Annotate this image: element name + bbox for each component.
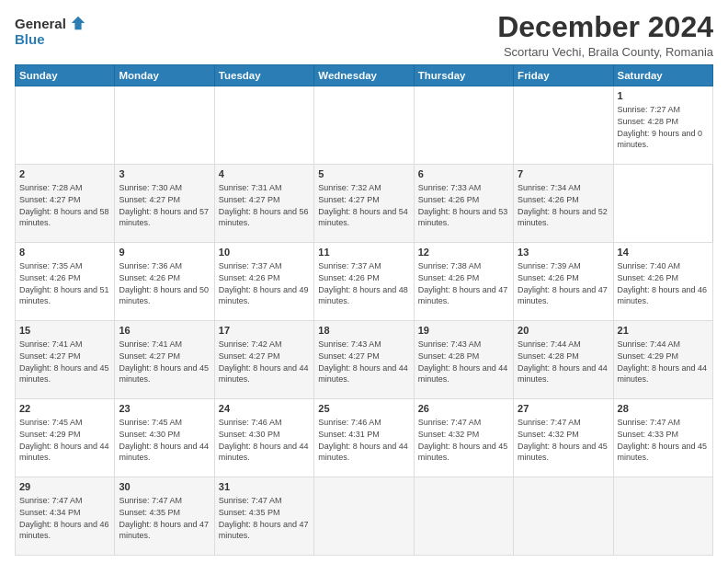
calendar-cell: 13 Sunrise: 7:39 AMSunset: 4:26 PMDaylig… [514,243,613,321]
header-tuesday: Tuesday [214,65,313,86]
day-info: Sunrise: 7:47 AMSunset: 4:34 PMDaylight:… [19,496,109,540]
calendar-cell: 3 Sunrise: 7:30 AMSunset: 4:27 PMDayligh… [115,165,214,243]
calendar-cell: 8 Sunrise: 7:35 AMSunset: 4:26 PMDayligh… [16,243,115,321]
calendar-cell: 1 Sunrise: 7:27 AMSunset: 4:28 PMDayligh… [613,86,712,165]
calendar-week-2: 8 Sunrise: 7:35 AMSunset: 4:26 PMDayligh… [16,243,713,321]
calendar-cell: 26 Sunrise: 7:47 AMSunset: 4:32 PMDaylig… [414,399,513,477]
calendar-cell: 31 Sunrise: 7:47 AMSunset: 4:35 PMDaylig… [214,477,313,556]
day-number: 5 [318,167,409,181]
calendar-cell: 18 Sunrise: 7:43 AMSunset: 4:27 PMDaylig… [314,321,414,399]
day-info: Sunrise: 7:32 AMSunset: 4:27 PMDaylight:… [318,183,408,227]
header-friday: Friday [514,65,613,86]
day-number: 2 [19,167,110,181]
day-number: 8 [19,246,110,259]
calendar-cell: 4 Sunrise: 7:31 AMSunset: 4:27 PMDayligh… [214,165,313,243]
day-number: 16 [119,324,210,338]
calendar-cell: 19 Sunrise: 7:43 AMSunset: 4:28 PMDaylig… [414,321,513,399]
day-info: Sunrise: 7:45 AMSunset: 4:30 PMDaylight:… [119,418,209,462]
day-info: Sunrise: 7:37 AMSunset: 4:26 PMDaylight:… [219,261,309,305]
calendar: Sunday Monday Tuesday Wednesday Thursday… [15,64,713,556]
header-monday: Monday [115,65,214,86]
day-number: 29 [19,480,110,494]
calendar-cell [314,86,414,165]
day-info: Sunrise: 7:38 AMSunset: 4:26 PMDaylight:… [418,261,508,305]
page: General Blue December 2024 Scortaru Vech… [0,0,728,563]
day-number: 14 [618,246,709,259]
day-number: 3 [119,167,210,181]
calendar-cell [314,477,414,556]
day-number: 15 [19,324,110,338]
calendar-cell [514,477,613,556]
day-info: Sunrise: 7:44 AMSunset: 4:29 PMDaylight:… [618,339,708,384]
calendar-cell [613,477,712,556]
calendar-cell [414,86,513,165]
header-thursday: Thursday [414,65,513,86]
calendar-cell: 14 Sunrise: 7:40 AMSunset: 4:26 PMDaylig… [613,243,712,321]
calendar-cell: 24 Sunrise: 7:46 AMSunset: 4:30 PMDaylig… [214,399,313,477]
calendar-cell: 20 Sunrise: 7:44 AMSunset: 4:28 PMDaylig… [514,321,613,399]
day-info: Sunrise: 7:45 AMSunset: 4:29 PMDaylight:… [19,418,109,462]
calendar-cell: 6 Sunrise: 7:33 AMSunset: 4:26 PMDayligh… [414,165,513,243]
calendar-week-5: 29 Sunrise: 7:47 AMSunset: 4:34 PMDaylig… [16,477,713,556]
day-info: Sunrise: 7:37 AMSunset: 4:26 PMDaylight:… [318,261,408,305]
calendar-cell: 27 Sunrise: 7:47 AMSunset: 4:32 PMDaylig… [514,399,613,477]
header-sunday: Sunday [16,65,115,86]
day-number: 24 [219,402,310,416]
logo-blue: Blue [15,31,45,47]
calendar-cell [414,477,513,556]
day-number: 17 [219,324,310,338]
day-info: Sunrise: 7:42 AMSunset: 4:27 PMDaylight:… [219,339,309,384]
day-number: 13 [518,246,609,259]
logo-icon [70,15,86,31]
calendar-cell [214,86,313,165]
calendar-week-1: 2 Sunrise: 7:28 AMSunset: 4:27 PMDayligh… [16,165,713,243]
calendar-cell: 17 Sunrise: 7:42 AMSunset: 4:27 PMDaylig… [214,321,313,399]
calendar-cell: 7 Sunrise: 7:34 AMSunset: 4:26 PMDayligh… [514,165,613,243]
day-number: 28 [618,402,709,416]
day-number: 22 [19,402,110,416]
day-number: 27 [518,402,609,416]
day-info: Sunrise: 7:47 AMSunset: 4:35 PMDaylight:… [219,496,309,540]
day-number: 9 [119,246,210,259]
day-number: 26 [418,402,509,416]
day-info: Sunrise: 7:41 AMSunset: 4:27 PMDaylight:… [119,339,209,384]
day-info: Sunrise: 7:28 AMSunset: 4:27 PMDaylight:… [19,183,109,227]
day-number: 12 [418,246,509,259]
logo-general: General [15,16,66,31]
day-info: Sunrise: 7:47 AMSunset: 4:32 PMDaylight:… [418,418,508,462]
calendar-week-3: 15 Sunrise: 7:41 AMSunset: 4:27 PMDaylig… [16,321,713,399]
day-number: 21 [618,324,709,338]
day-info: Sunrise: 7:39 AMSunset: 4:26 PMDaylight:… [518,261,608,305]
day-number: 6 [418,167,509,181]
day-info: Sunrise: 7:35 AMSunset: 4:26 PMDaylight:… [19,261,109,305]
day-number: 1 [618,89,709,103]
header-wednesday: Wednesday [314,65,414,86]
header-saturday: Saturday [613,65,712,86]
calendar-cell: 11 Sunrise: 7:37 AMSunset: 4:26 PMDaylig… [314,243,414,321]
calendar-cell: 15 Sunrise: 7:41 AMSunset: 4:27 PMDaylig… [16,321,115,399]
calendar-cell: 12 Sunrise: 7:38 AMSunset: 4:26 PMDaylig… [414,243,513,321]
day-info: Sunrise: 7:36 AMSunset: 4:26 PMDaylight:… [119,261,209,305]
calendar-cell: 9 Sunrise: 7:36 AMSunset: 4:26 PMDayligh… [115,243,214,321]
day-info: Sunrise: 7:31 AMSunset: 4:27 PMDaylight:… [219,183,309,227]
calendar-cell: 23 Sunrise: 7:45 AMSunset: 4:30 PMDaylig… [115,399,214,477]
calendar-cell: 22 Sunrise: 7:45 AMSunset: 4:29 PMDaylig… [16,399,115,477]
calendar-cell [16,86,115,165]
day-info: Sunrise: 7:34 AMSunset: 4:26 PMDaylight:… [518,183,608,227]
calendar-cell: 21 Sunrise: 7:44 AMSunset: 4:29 PMDaylig… [613,321,712,399]
day-info: Sunrise: 7:47 AMSunset: 4:33 PMDaylight:… [618,418,708,462]
calendar-cell: 25 Sunrise: 7:46 AMSunset: 4:31 PMDaylig… [314,399,414,477]
day-number: 7 [518,167,609,181]
calendar-header-row: Sunday Monday Tuesday Wednesday Thursday… [16,65,713,86]
calendar-cell: 2 Sunrise: 7:28 AMSunset: 4:27 PMDayligh… [16,165,115,243]
calendar-cell: 28 Sunrise: 7:47 AMSunset: 4:33 PMDaylig… [613,399,712,477]
day-info: Sunrise: 7:27 AMSunset: 4:28 PMDaylight:… [618,105,703,149]
header: General Blue December 2024 Scortaru Vech… [15,11,713,59]
day-number: 18 [318,324,409,338]
day-number: 30 [119,480,210,494]
month-title: December 2024 [497,11,713,43]
day-info: Sunrise: 7:47 AMSunset: 4:35 PMDaylight:… [119,496,209,540]
day-number: 31 [219,480,310,494]
calendar-cell [514,86,613,165]
calendar-cell: 16 Sunrise: 7:41 AMSunset: 4:27 PMDaylig… [115,321,214,399]
